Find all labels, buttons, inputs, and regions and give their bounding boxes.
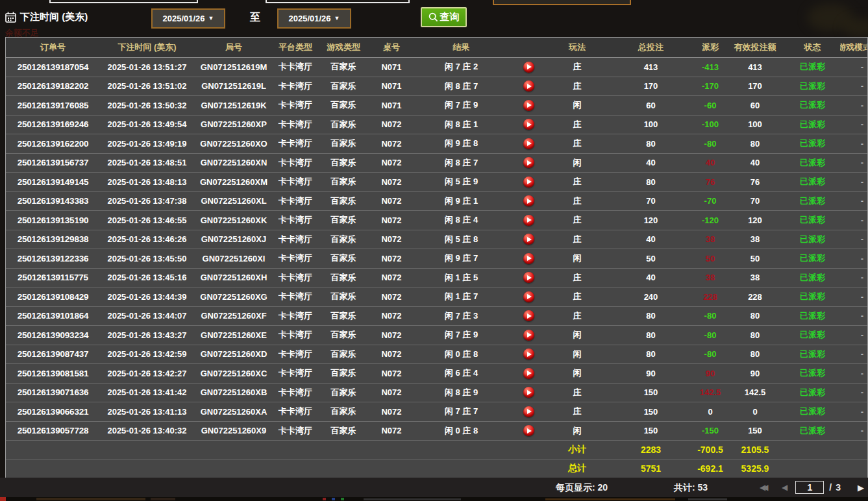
replay-cell <box>509 384 548 402</box>
platform-type: 卡卡湾厅 <box>273 58 317 77</box>
payout: -60 <box>695 96 725 115</box>
table-row: 2501261391760852025-01-26 13:50:32GN0712… <box>6 96 867 116</box>
order-no: 250126139066321 <box>6 402 100 421</box>
result: 闲 7 庄 9 <box>414 96 509 115</box>
table-no: N071 <box>369 96 414 115</box>
next-page-button[interactable]: ▶ <box>858 483 864 493</box>
game-mode: - <box>840 116 868 134</box>
replay-icon[interactable] <box>523 157 534 168</box>
replay-icon[interactable] <box>523 272 534 283</box>
total-bet: 40 <box>606 230 695 249</box>
replay-icon[interactable] <box>523 368 534 379</box>
payout: -150 <box>695 422 725 441</box>
valid-bet: 100 <box>725 116 785 134</box>
play-type: 闲 <box>548 326 606 345</box>
game-type: 百家乐 <box>317 154 369 173</box>
replay-icon[interactable] <box>523 330 534 341</box>
platform-type: 卡卡湾厅 <box>273 230 317 249</box>
replay-icon[interactable] <box>523 425 534 436</box>
table-row: 2501261391433832025-01-26 13:47:38GN0722… <box>6 192 867 212</box>
round-no: GN072251260XH <box>194 269 273 287</box>
game-type: 百家乐 <box>317 173 369 191</box>
total-bet: 80 <box>606 134 695 153</box>
replay-icon[interactable] <box>523 348 534 360</box>
valid-bet: 228 <box>725 287 785 306</box>
replay-cell <box>509 96 548 115</box>
order-no: 250126139087437 <box>6 345 100 364</box>
status: 已派彩 <box>785 307 840 326</box>
edge-fragment <box>323 498 326 500</box>
order-no: 250126139169246 <box>6 116 100 134</box>
replay-icon[interactable] <box>523 406 534 417</box>
play-type: 庄 <box>548 77 606 96</box>
replay-icon[interactable] <box>523 119 534 130</box>
game-mode: - <box>840 384 868 402</box>
result: 闲 0 庄 8 <box>414 345 509 364</box>
status: 已派彩 <box>785 345 840 364</box>
platform-type: 卡卡湾厅 <box>273 307 317 326</box>
game-mode: - <box>840 269 868 287</box>
game-mode: - <box>840 134 868 153</box>
subtotal-bet: 2283 <box>606 441 695 459</box>
total-bet: 50 <box>606 249 695 268</box>
order-no: 250126139108429 <box>6 287 100 306</box>
replay-icon[interactable] <box>523 215 534 226</box>
platform-type: 卡卡湾厅 <box>273 249 317 268</box>
replay-icon[interactable] <box>523 291 534 302</box>
platform-type: 卡卡湾厅 <box>273 345 317 364</box>
replay-icon[interactable] <box>523 138 534 149</box>
game-mode: - <box>840 154 868 173</box>
replay-icon[interactable] <box>523 253 534 264</box>
payout: -80 <box>695 307 725 326</box>
edge-fragment <box>545 498 675 500</box>
table-row: 2501261391223362025-01-26 13:45:50GN0722… <box>6 249 867 269</box>
bet-time: 2025-01-26 13:49:19 <box>100 134 194 153</box>
table-no: N072 <box>369 249 414 268</box>
round-no: GN072251260XN <box>194 154 273 173</box>
replay-icon[interactable] <box>523 177 534 188</box>
query-button[interactable]: 查询 <box>421 7 467 27</box>
replay-icon[interactable] <box>523 310 534 321</box>
page-number-input[interactable]: 1 <box>795 481 824 494</box>
order-no: 250126139162200 <box>6 134 100 153</box>
status: 已派彩 <box>785 116 840 134</box>
play-type: 庄 <box>548 307 606 326</box>
payout: 0 <box>695 402 725 421</box>
table-no: N072 <box>369 173 414 191</box>
status: 已派彩 <box>785 287 840 306</box>
prev-page-button[interactable]: ◀ <box>782 483 787 492</box>
replay-cell <box>509 269 548 287</box>
replay-cell <box>509 287 548 306</box>
total-bet: 100 <box>606 116 695 134</box>
table-row: 2501261391822022025-01-26 13:51:02GN0712… <box>6 77 867 97</box>
col-bet-time: 下注时间 (美东) <box>100 38 194 57</box>
play-type: 庄 <box>548 116 606 134</box>
game-mode: - <box>840 345 868 364</box>
table-row: 2501261391084292025-01-26 13:44:39GN0722… <box>6 287 867 307</box>
replay-icon[interactable] <box>523 234 534 245</box>
date-to-select[interactable]: 2025/01/26 ▼ <box>277 8 351 29</box>
replay-cell <box>509 116 548 134</box>
table-no: N072 <box>369 326 414 345</box>
bet-time: 2025-01-26 13:44:39 <box>100 287 194 306</box>
replay-icon[interactable] <box>523 387 534 398</box>
platform-type: 卡卡湾厅 <box>273 134 317 153</box>
order-no: 250126139081581 <box>6 364 100 383</box>
replay-icon[interactable] <box>523 100 534 111</box>
total-count-label: 共计: 53 <box>674 482 708 494</box>
table-header-row: 订单号 下注时间 (美东) 局号 平台类型 游戏类型 桌号 结果 玩法 总投注 … <box>6 38 867 58</box>
replay-icon[interactable] <box>523 80 534 92</box>
chevron-down-icon: ▼ <box>334 16 340 21</box>
replay-cell <box>509 364 548 383</box>
first-page-button[interactable]: ◀◀ <box>760 483 773 492</box>
order-no: 250126139149145 <box>6 173 100 191</box>
col-total-bet: 总投注 <box>606 38 695 57</box>
result: 闲 6 庄 4 <box>414 364 509 383</box>
play-type: 庄 <box>548 287 606 306</box>
replay-icon[interactable] <box>523 62 534 73</box>
date-from-select[interactable]: 2025/01/26 ▼ <box>151 8 225 29</box>
replay-icon[interactable] <box>523 195 534 206</box>
platform-type: 卡卡湾厅 <box>273 154 317 173</box>
platform-type: 卡卡湾厅 <box>273 96 317 115</box>
order-no: 250126139057728 <box>6 422 100 441</box>
